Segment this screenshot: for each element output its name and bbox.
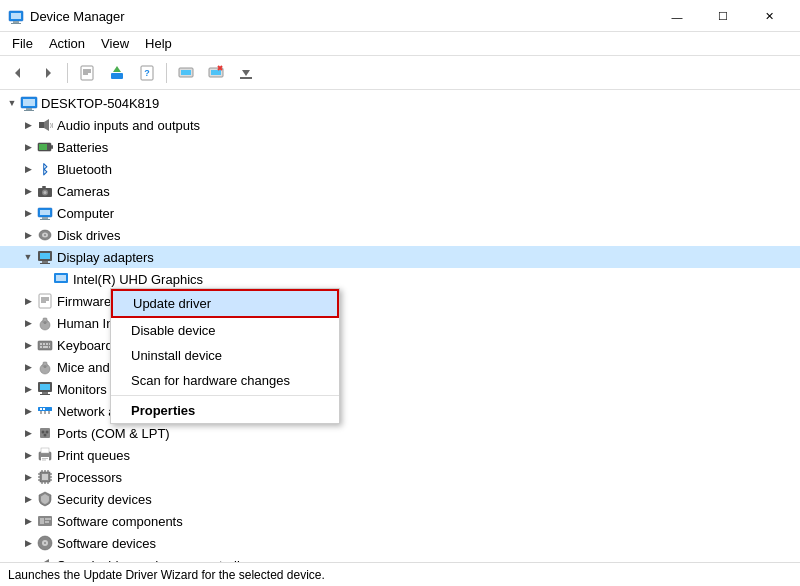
svg-rect-31: [39, 144, 47, 150]
tree-item-bluetooth[interactable]: ▶ ᛒ Bluetooth: [0, 158, 800, 180]
tree-expand-computer: ▶: [20, 205, 36, 221]
tree-label-ports: Ports (COM & LPT): [57, 426, 170, 441]
tree-icon-intel: [52, 271, 70, 287]
tree-item-ports[interactable]: ▶ Ports (COM & LPT): [0, 422, 800, 444]
context-menu-item-disable-device[interactable]: Disable device: [111, 318, 339, 343]
svg-rect-26: [39, 122, 44, 128]
window-title: Device Manager: [30, 9, 125, 24]
tree-item-display[interactable]: ▼ Display adapters: [0, 246, 800, 268]
svg-text:)): )): [50, 122, 53, 128]
svg-rect-69: [40, 384, 50, 390]
tree-item-print[interactable]: ▶ Print queues: [0, 444, 800, 466]
tree-label-computer: Computer: [57, 206, 114, 221]
menu-help[interactable]: Help: [137, 34, 180, 53]
tree-item-softcomp[interactable]: ▶ Software components: [0, 510, 800, 532]
tree-icon-bluetooth: ᛒ: [36, 161, 54, 177]
main-area: ▼ DESKTOP-504K819 ▶ )) Audi: [0, 90, 800, 562]
svg-rect-57: [38, 341, 52, 350]
tree-icon-security: [36, 491, 54, 507]
toolbar-update-driver-button[interactable]: [103, 60, 131, 86]
tree-item-intel[interactable]: ▶ Intel(R) UHD Graphics: [0, 268, 800, 290]
tree-root[interactable]: ▼ DESKTOP-504K819: [0, 92, 800, 114]
tree-expand-audio: ▶: [20, 117, 36, 133]
svg-marker-5: [46, 68, 51, 78]
tree-label-softcomp: Software components: [57, 514, 183, 529]
tree-item-computer[interactable]: ▶ Computer: [0, 202, 800, 224]
tree-item-cameras[interactable]: ▶ Cameras: [0, 180, 800, 202]
tree-item-softdev[interactable]: ▶ Software devices: [0, 532, 800, 554]
tree-icon-softcomp: [36, 513, 54, 529]
context-menu-item-properties[interactable]: Properties: [111, 398, 339, 423]
svg-point-79: [42, 431, 45, 434]
toolbar-back-button[interactable]: [4, 60, 32, 86]
context-menu-item-scan-hardware[interactable]: Scan for hardware changes: [111, 368, 339, 393]
tree-item-disk[interactable]: ▶ Disk drives: [0, 224, 800, 246]
scan-hardware-label: Scan for hardware changes: [131, 373, 290, 388]
svg-rect-71: [40, 394, 50, 395]
svg-rect-24: [26, 108, 32, 110]
toolbar-remove-button[interactable]: [202, 60, 230, 86]
context-menu-item-update-driver[interactable]: Update driver: [111, 289, 339, 318]
tree-icon-batteries: [36, 139, 54, 155]
tree-item-security[interactable]: ▶ Security devices: [0, 488, 800, 510]
disable-device-label: Disable device: [131, 323, 216, 338]
tree-item-audio[interactable]: ▶ )) Audio inputs and outputs: [0, 114, 800, 136]
context-menu-divider: [111, 395, 339, 396]
tree-icon-disk: [36, 227, 54, 243]
tree-item-sound[interactable]: ▶ Sound, video and game controllers: [0, 554, 800, 562]
close-button[interactable]: ✕: [746, 5, 792, 29]
toolbar-properties-button[interactable]: [73, 60, 101, 86]
tree-icon-sound: [36, 557, 54, 562]
toolbar-forward-button[interactable]: [34, 60, 62, 86]
tree-expand-hid: ▶: [20, 315, 36, 331]
tree-item-processors[interactable]: ▶ Proces: [0, 466, 800, 488]
tree-label-softdev: Software devices: [57, 536, 156, 551]
svg-rect-88: [42, 474, 48, 480]
context-menu-item-uninstall-device[interactable]: Uninstall device: [111, 343, 339, 368]
svg-rect-84: [41, 457, 49, 461]
uninstall-device-label: Uninstall device: [131, 348, 222, 363]
toolbar-download-button[interactable]: [232, 60, 260, 86]
tree-expand-security: ▶: [20, 491, 36, 507]
svg-marker-27: [44, 119, 49, 131]
svg-rect-102: [40, 518, 44, 524]
menu-view[interactable]: View: [93, 34, 137, 53]
svg-rect-58: [40, 343, 42, 345]
svg-rect-6: [81, 66, 93, 80]
svg-point-35: [44, 191, 47, 194]
tree-label-monitor: Monitors: [57, 382, 107, 397]
status-bar: Launches the Update Driver Wizard for th…: [0, 562, 800, 586]
svg-rect-61: [49, 343, 50, 345]
svg-point-81: [44, 434, 47, 437]
svg-rect-103: [45, 518, 51, 520]
minimize-button[interactable]: —: [654, 5, 700, 29]
context-menu: Update driver Disable device Uninstall d…: [110, 288, 340, 424]
svg-marker-11: [113, 66, 121, 72]
svg-text:ᛒ: ᛒ: [41, 162, 49, 177]
tree-icon-network: [36, 403, 54, 419]
tree-label-cameras: Cameras: [57, 184, 110, 199]
svg-rect-38: [40, 210, 50, 215]
tree-expand-monitor: ▶: [20, 381, 36, 397]
toolbar-help-button[interactable]: ?: [133, 60, 161, 86]
tree-icon-mice: [36, 359, 54, 375]
svg-rect-25: [24, 110, 34, 111]
toolbar-scan-button[interactable]: [172, 60, 200, 86]
svg-point-80: [46, 431, 49, 434]
menu-bar: File Action View Help: [0, 32, 800, 56]
svg-rect-50: [39, 294, 51, 308]
menu-action[interactable]: Action: [41, 34, 93, 53]
tree-item-batteries[interactable]: ▶ Batteries: [0, 136, 800, 158]
maximize-button[interactable]: ☐: [700, 5, 746, 29]
tree-expand-disk: ▶: [20, 227, 36, 243]
tree-expand-print: ▶: [20, 447, 36, 463]
svg-rect-59: [43, 343, 45, 345]
menu-file[interactable]: File: [4, 34, 41, 53]
tree-label-security: Security devices: [57, 492, 152, 507]
tree-icon-softdev: [36, 535, 54, 551]
svg-rect-104: [45, 521, 49, 523]
svg-rect-30: [51, 145, 53, 149]
tree-icon-print: [36, 447, 54, 463]
svg-rect-23: [23, 99, 35, 106]
tree-icon-computer: [36, 205, 54, 221]
